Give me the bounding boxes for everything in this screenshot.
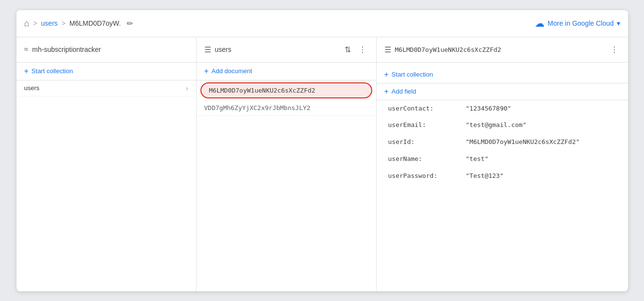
plus-icon-1: + [24,67,29,75]
col1-db-icon: ≈ [24,45,29,54]
col3-title: M6LMD0D7oyW1ueNKU2c6sXcZZFd2 [395,46,605,53]
col2-more-btn[interactable]: ⋮ [357,43,368,56]
field-row-1: userEmail: "test@gmail.com" [377,117,628,134]
field-key-4: userPassword: [388,171,466,181]
col2-body: + Add document M6LMD0D7oyW1ueNKU2c6sXcZZ… [197,63,376,291]
cloud-icon: ☁ [535,17,545,29]
field-value-4: "Test@123" [466,171,504,181]
edit-icon[interactable]: ✏ [127,19,133,28]
field-key-2: userId: [388,137,466,147]
plus-icon-4: + [384,87,389,96]
doc-item-selected[interactable]: M6LMD0D7oyW1ueNKU2c6sXcZZFd2 [200,82,372,98]
home-icon[interactable]: ⌂ [24,18,30,29]
main-content: ≈ mh-subscriptiontracker + Start collect… [17,37,628,291]
users-label: users [24,84,186,92]
breadcrumb-users[interactable]: users [41,19,58,27]
top-bar: ⌂ > users > M6LMD0D7oyW. ✏ ☁ More in Goo… [17,10,628,37]
field-row-0: userContact: "1234567890" [377,100,628,117]
doc-item-selected-wrapper: M6LMD0D7oyW1ueNKU2c6sXcZZFd2 [197,80,376,100]
col1-header: ≈ mh-subscriptiontracker [17,37,196,63]
col1-body: + Start collection users › [17,63,196,291]
add-document-btn[interactable]: + Add document [197,63,376,80]
field-value-1: "test@gmail.com" [466,120,527,130]
col3-body: + Start collection + Add field userConta… [377,63,628,291]
start-collection-label-2: Start collection [392,71,433,78]
start-collection-btn-2[interactable]: + Start collection [377,66,628,83]
users-list-item[interactable]: users › [17,80,196,96]
field-value-3: "test" [466,154,489,164]
add-field-label: Add field [392,88,416,95]
col3-more-btn[interactable]: ⋮ [609,43,620,56]
col2-header-actions: ⇅ ⋮ [343,43,368,56]
field-value-0: "1234567890" [466,104,512,114]
field-key-1: userEmail: [388,120,466,130]
col2-title: users [215,46,339,53]
field-key-3: userName: [388,154,466,164]
col2-filter-btn[interactable]: ⇅ [343,43,353,56]
breadcrumb: ⌂ > users > M6LMD0D7oyW. ✏ [24,18,535,29]
start-collection-label-1: Start collection [32,67,73,75]
breadcrumb-sep-2: > [62,19,66,27]
firestore-ui: ⌂ > users > M6LMD0D7oyW. ✏ ☁ More in Goo… [17,10,628,291]
doc-id-selected: M6LMD0D7oyW1ueNKU2c6sXcZZFd2 [209,87,363,94]
field-row-4: userPassword: "Test@123" [377,168,628,185]
start-collection-btn-1[interactable]: + Start collection [17,63,196,80]
doc-item-unselected[interactable]: VDD7gMh6ZyYjXC2x9rJbMbnsJLY2 [197,100,376,116]
more-google-cloud-btn[interactable]: ☁ More in Google Cloud ▾ [535,17,620,29]
more-google-cloud-label: More in Google Cloud [547,19,613,27]
chevron-down-icon: ▾ [617,19,620,27]
doc-id-unselected: VDD7gMh6ZyYjXC2x9rJbMbnsJLY2 [204,104,368,111]
users-arrow-icon: › [186,84,188,92]
col2-users: ☰ users ⇅ ⋮ + Add document M6LMD0D7oyW1u… [197,37,377,291]
col3-doc-icon: ☰ [384,45,391,54]
col2-header: ☰ users ⇅ ⋮ [197,37,376,63]
col1-subscriptiontracker: ≈ mh-subscriptiontracker + Start collect… [17,37,197,291]
breadcrumb-sep-1: > [33,19,37,27]
field-row-3: userName: "test" [377,151,628,168]
col3-header: ☰ M6LMD0D7oyW1ueNKU2c6sXcZZFd2 ⋮ [377,37,628,63]
field-value-2: "M6LMD0D7oyW1ueNKU2c6sXcZZFd2" [466,137,580,147]
field-row-2: userId: "M6LMD0D7oyW1ueNKU2c6sXcZZFd2" [377,134,628,151]
add-field-btn[interactable]: + Add field [377,83,628,100]
field-key-0: userContact: [388,104,466,114]
add-document-label: Add document [212,67,252,75]
plus-icon-2: + [204,67,209,75]
plus-icon-3: + [384,70,389,79]
breadcrumb-doc-id: M6LMD0D7oyW. [69,19,121,27]
col3-detail: ☰ M6LMD0D7oyW1ueNKU2c6sXcZZFd2 ⋮ + Start… [377,37,628,291]
col2-collection-icon: ☰ [204,45,211,54]
col1-title: mh-subscriptiontracker [32,46,188,53]
top-bar-right: ☁ More in Google Cloud ▾ [535,17,620,29]
